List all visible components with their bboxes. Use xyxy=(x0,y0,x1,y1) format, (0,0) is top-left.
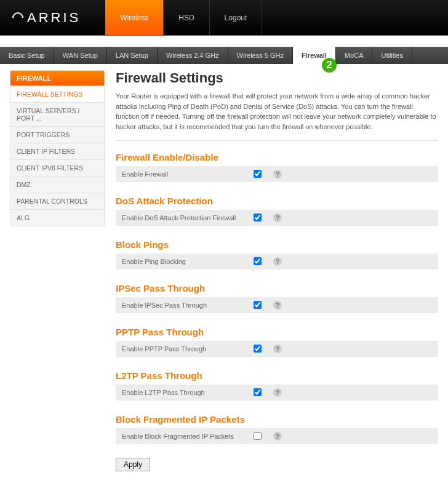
setting-label: Enable PPTP Pass Through xyxy=(122,345,245,353)
setting-label: Enable Block Fragmented IP Packets xyxy=(122,433,245,440)
section-2: Block PingsEnable Ping Blocking? xyxy=(116,239,438,269)
setting-row: Enable IPSec Pass Through? xyxy=(116,297,438,313)
setting-label: Enable L2TP Pass Through xyxy=(122,389,245,396)
brand-logo: ARRIS xyxy=(0,0,93,35)
help-icon[interactable]: ? xyxy=(273,170,282,178)
sidebar-item-0[interactable]: FIREWALL SETTINGS xyxy=(10,86,104,102)
page-title: Firewall Settings xyxy=(116,70,438,86)
tab-wireless-5-ghz[interactable]: Wireless 5 GHz xyxy=(228,47,293,64)
section-0: Firewall Enable/DisableEnable Firewall? xyxy=(116,152,438,182)
section-title: DoS Attack Protection xyxy=(116,196,438,206)
setting-label: Enable IPSec Pass Through xyxy=(122,301,245,309)
section-title: L2TP Pass Through xyxy=(116,370,438,381)
help-icon[interactable]: ? xyxy=(273,257,282,266)
setting-checkbox[interactable] xyxy=(254,432,262,440)
sidebar: FIREWALL FIREWALL SETTINGSVIRTUAL SERVER… xyxy=(10,70,105,226)
section-title: Block Fragmented IP Packets xyxy=(116,414,438,425)
main-content: Firewall Settings Your Router is equippe… xyxy=(116,70,438,471)
setting-row: Enable Block Fragmented IP Packets? xyxy=(116,428,438,444)
tab-wireless-2-4-ghz[interactable]: Wireless 2.4 GHz xyxy=(158,47,228,64)
setting-row: Enable DoS Attack Protection Firewall? xyxy=(116,210,438,226)
tab-firewall[interactable]: Firewall2 xyxy=(293,47,336,64)
sidebar-item-1[interactable]: VIRTUAL SERVERS / PORT ... xyxy=(10,102,104,126)
sidebar-item-4[interactable]: CLIENT IPV6 FILTERS xyxy=(10,159,104,176)
sidebar-item-7[interactable]: ALG xyxy=(10,209,104,226)
help-icon[interactable]: ? xyxy=(273,214,282,222)
tab-basic-setup[interactable]: Basic Setup xyxy=(0,47,54,64)
apply-button[interactable]: Apply xyxy=(116,458,150,471)
section-3: IPSec Pass ThroughEnable IPSec Pass Thro… xyxy=(116,283,438,313)
help-icon[interactable]: ? xyxy=(273,388,282,397)
setting-checkbox[interactable] xyxy=(254,257,262,265)
section-6: Block Fragmented IP PacketsEnable Block … xyxy=(116,414,438,444)
setting-label: Enable Ping Blocking xyxy=(122,258,245,265)
setting-row: Enable PPTP Pass Through? xyxy=(116,341,438,357)
setting-row: Enable L2TP Pass Through? xyxy=(116,385,438,401)
top-bar: ARRIS WirelessHSDLogout xyxy=(0,0,448,36)
section-title: IPSec Pass Through xyxy=(116,283,438,293)
step-badge: 2 xyxy=(322,58,337,73)
sidebar-item-3[interactable]: CLIENT IP FILTERS xyxy=(10,143,104,159)
setting-label: Enable DoS Attack Protection Firewall xyxy=(122,214,245,222)
setting-checkbox[interactable] xyxy=(254,388,262,396)
help-icon[interactable]: ? xyxy=(273,432,282,441)
setting-row: Enable Ping Blocking? xyxy=(116,253,438,269)
section-5: L2TP Pass ThroughEnable L2TP Pass Throug… xyxy=(116,370,438,401)
sidebar-item-6[interactable]: PARENTAL CONTROLS xyxy=(10,193,104,209)
setting-checkbox[interactable] xyxy=(254,214,262,222)
sidebar-heading: FIREWALL xyxy=(10,71,104,86)
setting-checkbox[interactable] xyxy=(254,170,262,178)
topnav-logout[interactable]: Logout xyxy=(210,0,263,35)
setting-label: Enable Firewall xyxy=(122,170,245,178)
section-title: Block Pings xyxy=(116,239,438,250)
section-title: PPTP Pass Through xyxy=(116,327,438,337)
tab-moca[interactable]: MoCA xyxy=(336,47,373,64)
section-title: Firewall Enable/Disable xyxy=(116,152,438,162)
setting-row: Enable Firewall? xyxy=(116,166,438,182)
sidebar-item-5[interactable]: DMZ xyxy=(10,176,104,193)
tab-utilities[interactable]: Utilities xyxy=(372,47,412,64)
top-nav: WirelessHSDLogout xyxy=(105,0,262,35)
arris-arc-icon xyxy=(10,10,25,25)
tab-wan-setup[interactable]: WAN Setup xyxy=(54,47,107,64)
topnav-wireless[interactable]: Wireless xyxy=(105,0,164,35)
section-4: PPTP Pass ThroughEnable PPTP Pass Throug… xyxy=(116,327,438,357)
help-icon[interactable]: ? xyxy=(273,345,282,353)
tab-bar: Basic SetupWAN SetupLAN SetupWireless 2.… xyxy=(0,47,448,64)
topnav-hsd[interactable]: HSD xyxy=(164,0,209,35)
page-description: Your Router is equipped with a firewall … xyxy=(116,91,438,141)
help-icon[interactable]: ? xyxy=(273,301,282,309)
brand-text: ARRIS xyxy=(27,10,81,26)
tab-lan-setup[interactable]: LAN Setup xyxy=(107,47,158,64)
sidebar-item-2[interactable]: PORT TRIGGERS xyxy=(10,126,104,143)
setting-checkbox[interactable] xyxy=(254,345,262,353)
section-1: DoS Attack ProtectionEnable DoS Attack P… xyxy=(116,196,438,226)
setting-checkbox[interactable] xyxy=(254,301,262,309)
